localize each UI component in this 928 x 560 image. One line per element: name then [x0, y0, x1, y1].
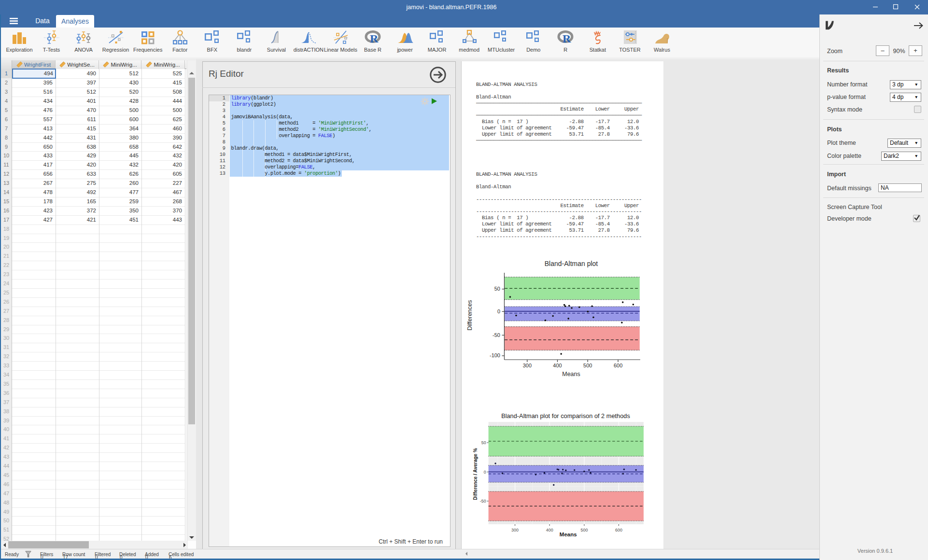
svg-text:0: 0	[497, 308, 500, 314]
svg-text:Means: Means	[562, 371, 580, 378]
svg-text:50: 50	[494, 286, 500, 292]
svg-text:R: R	[562, 32, 571, 45]
svg-text:Difference / Average %: Difference / Average %	[473, 448, 478, 500]
svg-text:600: 600	[615, 528, 622, 532]
svg-text:500: 500	[580, 528, 588, 532]
svg-text:-50: -50	[492, 332, 500, 338]
svg-text:Bland-Altman plot for comparis: Bland-Altman plot for comparison of 2 me…	[501, 412, 630, 420]
svg-text:Bland-Altman plot: Bland-Altman plot	[545, 260, 598, 267]
svg-text:300: 300	[523, 363, 532, 368]
svg-text:-100: -100	[490, 352, 500, 358]
svg-text:Means: Means	[560, 532, 577, 537]
svg-text:500: 500	[583, 363, 592, 368]
svg-text:0: 0	[484, 470, 486, 475]
svg-text:600: 600	[614, 363, 622, 368]
svg-text:R: R	[370, 32, 379, 45]
svg-text:Differences: Differences	[466, 300, 473, 331]
svg-text:400: 400	[553, 363, 562, 368]
svg-text:-50: -50	[480, 499, 486, 504]
svg-text:300: 300	[511, 528, 519, 532]
svg-text:400: 400	[546, 528, 553, 532]
svg-text:50: 50	[481, 440, 486, 445]
